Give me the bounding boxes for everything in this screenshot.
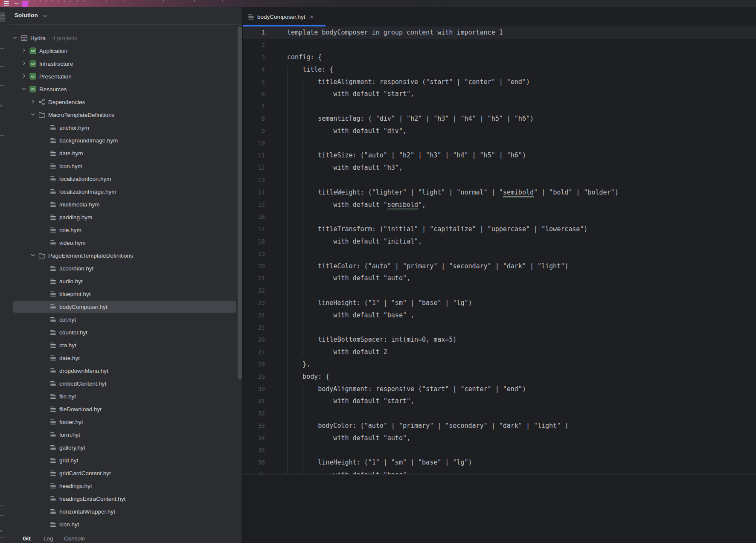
tree-item-video-hym[interactable]: video.hym [9, 236, 242, 249]
tree-item-pageelementtemplatedefinitions[interactable]: PageElementTemplateDefinitions [9, 249, 242, 262]
tree-item-file-hyt[interactable]: file.hyt [9, 390, 242, 403]
tree-item-date-hyt[interactable]: date.hyt [9, 351, 242, 364]
code-text: semanticTag: ( "div" | "h2" | "h3" | "h4… [287, 115, 534, 122]
indent-guide [318, 232, 318, 245]
solution-tree: Hydra· 4 projectsC#ApplicationC#Infrastr… [9, 32, 242, 537]
code-line: 26 titleBottomSpacer: int(min=0, max=5) [243, 334, 756, 346]
tree-item-resources[interactable]: C#Resources [9, 83, 242, 96]
chevron-down-icon[interactable] [30, 252, 37, 259]
solution-view-dropdown[interactable]: Solution [9, 7, 242, 25]
line-number: 14 [243, 189, 265, 196]
code-text: title: { [287, 66, 333, 73]
line-number: 18 [243, 238, 265, 245]
line-number: 34 [243, 435, 265, 441]
tab-console[interactable]: Console [64, 535, 85, 542]
tree-item-label: horizontalWrapper.hyt [59, 508, 115, 515]
chevron-right-icon[interactable] [21, 60, 28, 67]
tool-stripe-icon[interactable] [0, 85, 4, 86]
line-number: 12 [243, 164, 265, 171]
tree-item-dropdownmenu-hyt[interactable]: dropdownMenu.hyt [9, 364, 242, 377]
tree-item-macrotemplatedefinitions[interactable]: MacroTemplateDefinitions [9, 108, 242, 121]
tree-item-embedcontent-hyt[interactable]: embedContent.hyt [9, 377, 242, 390]
tree-item-padding-hym[interactable]: padding.hym [9, 211, 242, 224]
line-number: 33 [243, 422, 265, 429]
tree-item-gridcardcontent-hyt[interactable]: gridCardContent.hyt [9, 467, 242, 479]
chevron-down-icon[interactable] [12, 35, 19, 41]
tree-item-label: gridCardContent.hyt [59, 470, 111, 476]
chevron-down-icon[interactable] [30, 111, 37, 118]
code-editor[interactable]: 1template bodyComposer in group content … [243, 26, 756, 474]
tree-item-headingsextracontent-hyt[interactable]: headingsExtraContent.hyt [9, 492, 242, 505]
tree-item-infrastructure[interactable]: C#Infrastructure [9, 57, 242, 70]
code-line: 30 bodyAlignment: responsive ("start" | … [243, 383, 756, 395]
tab-log[interactable]: Log [44, 535, 53, 542]
line-number: 15 [243, 201, 265, 208]
line-number: 2 [243, 41, 265, 48]
tree-item-icon-hyt[interactable]: icon.hyt [9, 518, 242, 531]
tree-item-dependencies[interactable]: Dependencies [9, 96, 242, 108]
tree-item-application[interactable]: C#Application [9, 44, 242, 57]
tool-stripe-icon[interactable] [0, 135, 4, 136]
tree-item-audio-hyt[interactable]: audio.hyt [9, 275, 242, 287]
tool-stripe-icon[interactable] [0, 105, 2, 107]
tree-item-footer-hyt[interactable]: footer.hyt [9, 415, 242, 428]
code-text: titleBottomSpacer: int(min=0, max=5) [287, 336, 457, 343]
tree-item-localizationimage-hym[interactable]: localizationImage.hym [9, 185, 242, 198]
tree-item-multimedia-hym[interactable]: multimedia.hym [9, 198, 242, 211]
code-text: }, [287, 360, 310, 368]
tab-close-icon[interactable]: ✕ [310, 15, 314, 20]
chevron-right-icon[interactable] [21, 73, 28, 80]
tree-scrollbar-thumb[interactable] [238, 26, 242, 380]
tree-item-form-hyt[interactable]: form.hyt [9, 428, 242, 441]
chevron-right-icon[interactable] [21, 47, 28, 54]
tree-item-icon-hym[interactable]: icon.hym [9, 160, 242, 172]
tab-bodycomposer[interactable]: bodyComposer.hyt ✕ [243, 7, 320, 26]
tree-item-col-hyt[interactable]: col.hyt [9, 313, 242, 326]
tab-git[interactable]: Git [23, 535, 31, 542]
tree-item-presentation[interactable]: C#Presentation [9, 70, 242, 83]
file-icon [49, 136, 57, 144]
tree-item-counter-hyt[interactable]: counter.hyt [9, 326, 242, 339]
tool-stripe-icon[interactable] [0, 48, 4, 49]
tree-item-localizationicon-hym[interactable]: localizationIcon.hym [9, 172, 242, 185]
tree-item-hydra[interactable]: Hydra· 4 projects [9, 32, 242, 44]
tree-item-blueprint-hyt[interactable]: blueprint.hyt [9, 287, 242, 300]
tree-item-horizontalwrapper-hyt[interactable]: horizontalWrapper.hyt [9, 505, 242, 518]
line-number: 37 [243, 471, 265, 474]
tool-stripe-icon[interactable] [0, 66, 4, 67]
tool-stripe-icon[interactable] [0, 505, 4, 506]
tool-stripe-icon[interactable] [0, 515, 4, 516]
tree-item-anchor-hym[interactable]: anchor.hym [9, 121, 242, 134]
line-number: 35 [243, 447, 265, 453]
tree-item-date-hym[interactable]: date.hym [9, 147, 242, 160]
code-line: 13 [243, 174, 756, 186]
tree-item-headings-hyt[interactable]: headings.hyt [9, 479, 242, 492]
typo-highlight: semibold [387, 201, 418, 209]
solution-tool-button[interactable] [0, 12, 5, 22]
file-icon [49, 508, 57, 515]
line-number: 36 [243, 459, 265, 466]
tree-item-grid-hyt[interactable]: grid.hyt [9, 454, 242, 467]
file-icon [248, 14, 254, 20]
tree-item-gallery-hyt[interactable]: gallery.hyt [9, 441, 242, 454]
code-line: 32 [243, 407, 756, 420]
tree-item-accordion-hyt[interactable]: accordion.hyt [9, 262, 242, 275]
tree-item-label: date.hyt [59, 355, 80, 361]
tool-stripe-icon[interactable] [0, 530, 2, 532]
chevron-right-icon[interactable] [30, 99, 37, 105]
tree-item-role-hym[interactable]: role.hym [9, 224, 242, 236]
tree-item-cta-hyt[interactable]: cta.hyt [9, 339, 242, 351]
svg-text:C#: C# [31, 62, 35, 66]
file-icon [49, 380, 57, 387]
code-line: 2 [243, 39, 756, 51]
file-icon [49, 392, 57, 400]
tree-item-bodycomposer-hyt[interactable]: bodyComposer.hyt [9, 300, 242, 313]
tree-item-backgroundimage-hym[interactable]: backgroundImage.hym [9, 134, 242, 147]
tree-item-filedownload-hyt[interactable]: fileDownload.hyt [9, 403, 242, 415]
line-number: 24 [243, 312, 265, 319]
main-menu-icon[interactable] [4, 1, 9, 6]
tool-stripe-icon[interactable] [0, 537, 4, 538]
code-text: with default "base" , [287, 311, 414, 319]
chevron-down-icon[interactable] [21, 86, 28, 93]
code-text: config: { [287, 53, 322, 61]
